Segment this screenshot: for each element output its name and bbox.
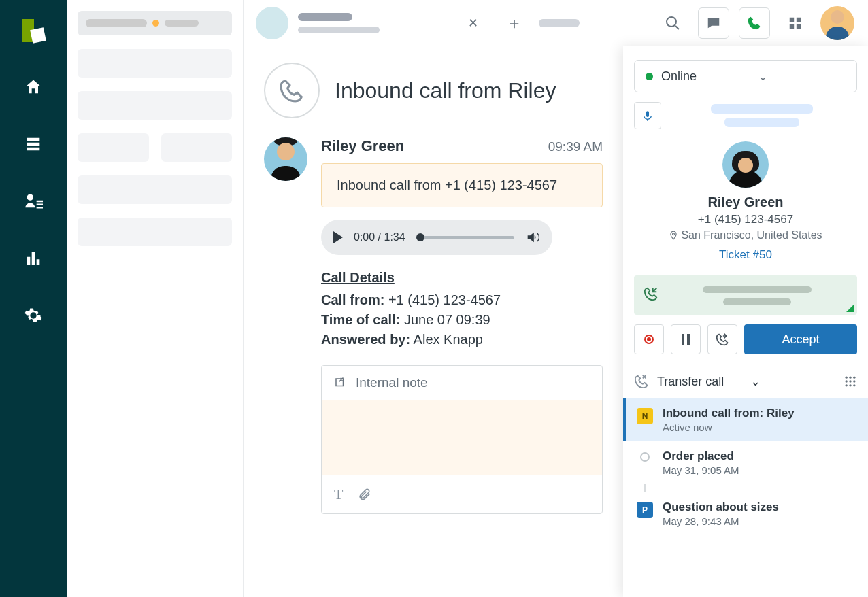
svg-point-10 [849,377,851,379]
svg-point-15 [846,384,848,386]
call-panel: Online ⌄ [623,46,868,597]
chevron-down-icon: ⌄ [750,374,835,389]
hold-button[interactable] [671,324,701,354]
caller-name: Riley Green [321,137,404,155]
composer-tab-internal-note[interactable]: Internal note [322,366,602,400]
settings-icon[interactable] [21,303,46,328]
phone-icon[interactable] [739,7,770,39]
inbound-call-message: Inbound call from +1 (415) 123-4567 [321,163,603,207]
sidebar-item[interactable] [161,133,233,162]
svg-point-13 [849,380,851,382]
status-dot-icon [152,20,159,27]
svg-rect-3 [790,24,794,28]
top-bar: ✕ ＋ [244,0,868,46]
home-icon[interactable] [21,75,46,99]
svg-point-16 [849,384,851,386]
timeline-item[interactable]: N Inbound call from: Riley Active now [623,398,868,441]
incoming-call-icon [644,286,658,301]
close-icon[interactable]: ✕ [464,12,482,35]
voice-activity [623,102,868,129]
message-time: 09:39 AM [548,139,603,154]
panel-ticket-link[interactable]: Ticket #50 [634,248,857,262]
secondary-sidebar [67,0,244,597]
keypad-icon[interactable] [844,375,857,388]
apps-icon[interactable] [780,7,811,39]
composer-textarea[interactable] [322,400,602,475]
svg-point-11 [853,377,855,379]
chevron-down-icon: ⌄ [758,69,846,84]
panel-caller-name: Riley Green [634,194,857,210]
resize-handle-icon[interactable] [846,304,854,312]
svg-rect-7 [682,334,684,345]
sidebar-item[interactable] [78,175,232,204]
brand-logo [22,19,45,42]
microphone-icon[interactable] [634,102,661,129]
workspace-tab[interactable]: ✕ [244,0,495,46]
ticket-view: Inbound call from Riley [244,46,623,597]
panel-caller-location: San Francisco, United States [634,229,857,241]
call-icon [264,63,320,118]
chat-icon[interactable] [698,7,729,39]
caller-avatar [264,137,307,181]
record-button[interactable] [634,324,664,354]
nav-rail [0,0,67,597]
sidebar-item[interactable] [78,91,232,120]
attachment-icon[interactable] [358,487,371,502]
svg-point-17 [853,384,855,386]
volume-icon[interactable] [525,230,540,245]
sidebar-item[interactable] [78,133,149,162]
status-badge-new: N [637,408,653,424]
svg-rect-2 [797,17,801,21]
sidebar-item[interactable] [78,49,232,78]
call-details-heading: Call Details [321,270,603,286]
add-tab-button[interactable]: ＋ [495,12,533,34]
audio-player[interactable]: 0:00 / 1:34 [321,220,552,255]
svg-point-12 [846,380,848,382]
svg-rect-1 [790,17,794,21]
user-avatar[interactable] [820,6,854,40]
views-icon[interactable] [21,132,46,156]
timeline-dot-icon [640,452,650,462]
svg-point-0 [667,17,676,27]
customers-icon[interactable] [21,189,46,214]
svg-point-9 [846,377,848,379]
incoming-call-card [634,275,857,315]
sidebar-item[interactable] [78,218,232,246]
audio-time: 0:00 / 1:34 [354,231,405,243]
audio-track[interactable] [416,236,514,239]
forward-call-button[interactable] [707,324,737,354]
play-icon[interactable] [333,231,343,243]
call-details: Call Details Call from: +1 (415) 123-456… [321,270,603,347]
online-dot-icon [646,73,653,80]
ticket-title: Inbound call from Riley [335,78,556,103]
tab-label [298,13,454,33]
panel-caller-phone: +1 (415) 123-4567 [634,213,857,226]
status-badge-pending: P [637,502,653,518]
svg-rect-8 [687,334,690,345]
interaction-timeline: N Inbound call from: Riley Active now Or… [623,398,868,549]
search-icon[interactable] [657,7,688,39]
location-icon [669,231,678,240]
timeline-item[interactable]: Order placed May 31, 9:05 AM [623,441,868,484]
timeline-item[interactable]: P Question about sizes May 28, 9:43 AM [623,492,868,535]
svg-rect-5 [336,379,344,386]
svg-point-6 [673,233,675,235]
agent-status-dropdown[interactable]: Online ⌄ [634,60,857,92]
svg-rect-4 [797,24,801,28]
reports-icon[interactable] [21,246,46,271]
transfer-call-dropdown[interactable]: Transfer call ⌄ [623,364,868,398]
composer: Internal note T [321,365,603,514]
transfer-icon [634,374,649,389]
tab-placeholder [539,19,580,27]
tab-avatar [256,7,288,39]
svg-point-14 [853,380,855,382]
sidebar-filter-chip[interactable] [78,11,232,35]
accept-call-button[interactable]: Accept [744,324,857,354]
format-text-icon[interactable]: T [334,485,343,503]
panel-caller-avatar [722,141,769,188]
